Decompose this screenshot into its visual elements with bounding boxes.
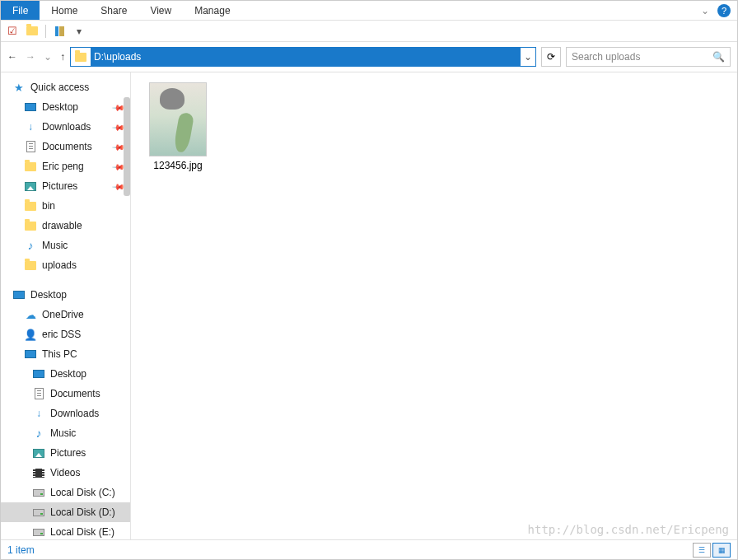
tree-label: Documents [42, 141, 92, 152]
tree-pc-item[interactable]: Local Disk (E:) [1, 522, 130, 539]
ribbon-tab-file[interactable]: File [1, 1, 40, 20]
tree-label: drawable [42, 220, 82, 231]
monitor-icon [32, 367, 45, 380]
download-icon: ↓ [32, 407, 45, 420]
folder-icon [24, 259, 37, 272]
search-box[interactable]: 🔍 [566, 47, 731, 67]
tree-thispc[interactable]: This PC [1, 344, 130, 364]
file-thumbnail [149, 82, 207, 156]
tree-onedrive[interactable]: ☁ OneDrive [1, 305, 130, 324]
tree-label: Local Disk (E:) [50, 526, 114, 538]
tree-pc-item[interactable]: Desktop [1, 364, 130, 384]
disk-icon [32, 486, 45, 499]
navigation-bar: ← → ⌄ ↑ ⌄ ⟳ 🔍 [1, 42, 737, 72]
music-icon: ♪ [32, 427, 45, 440]
tree-label: eric DSS [42, 329, 81, 340]
star-icon: ★ [12, 81, 26, 94]
ribbon-tab-share[interactable]: Share [89, 1, 138, 20]
folder-icon [24, 199, 37, 212]
ribbon-tabs: File Home Share View Manage ⌄ ? [1, 1, 737, 21]
search-input[interactable] [572, 51, 712, 63]
monitor-icon [24, 100, 37, 114]
monitor-icon [12, 288, 26, 301]
nav-forward-icon[interactable]: → [26, 51, 35, 63]
address-input[interactable] [91, 48, 521, 66]
properties-icon[interactable]: ☑ [6, 25, 19, 38]
tree-pc-item[interactable]: Pictures [1, 443, 130, 463]
file-item[interactable]: 123456.jpg [141, 82, 215, 171]
tree-quick-item[interactable]: Eric peng📌 [1, 156, 130, 176]
tree-quick-item[interactable]: drawable [1, 216, 130, 236]
tree-label: This PC [42, 348, 77, 360]
layout-panes-icon[interactable] [53, 25, 66, 38]
nav-up-icon[interactable]: ↑ [60, 51, 65, 63]
user-icon: 👤 [24, 328, 37, 341]
address-bar[interactable]: ⌄ [70, 47, 536, 67]
tree-label: uploads [42, 259, 77, 271]
tree-label: Pictures [42, 180, 77, 192]
tree-label: OneDrive [42, 309, 84, 320]
tree-label: Pictures [50, 447, 86, 459]
tree-quick-item[interactable]: ↓Downloads📌 [1, 117, 130, 137]
ribbon-tab-manage[interactable]: Manage [183, 1, 241, 20]
tree-label: bin [42, 200, 55, 212]
tree-label: Local Disk (C:) [50, 487, 115, 498]
ribbon-minimize-icon[interactable]: ⌄ [701, 5, 709, 16]
view-details-button[interactable]: ☰ [693, 543, 711, 558]
folder-icon [24, 160, 37, 173]
music-icon: ♪ [24, 239, 37, 252]
tree-quick-item[interactable]: ♪Music [1, 236, 130, 255]
tree-label: Desktop [50, 368, 86, 380]
tree-quick-item[interactable]: bin [1, 196, 130, 216]
tree-label: Documents [50, 388, 100, 399]
tree-label: Desktop [30, 289, 67, 301]
refresh-icon: ⟳ [547, 51, 555, 63]
tree-pc-item[interactable]: ♪Music [1, 423, 130, 443]
tree-desktop-root[interactable]: Desktop [1, 285, 130, 305]
tree-label: Quick access [30, 82, 89, 93]
tree-pc-item[interactable]: ↓Downloads [1, 404, 130, 423]
tree-quick-item[interactable]: Desktop📌 [1, 97, 130, 117]
refresh-button[interactable]: ⟳ [541, 47, 561, 67]
address-history-dropdown-icon[interactable]: ⌄ [521, 51, 535, 63]
nav-back-icon[interactable]: ← [7, 51, 17, 63]
tree-pc-item[interactable]: Documents [1, 384, 130, 404]
sidebar-scrollbar[interactable] [124, 97, 130, 196]
tree-quick-item[interactable]: uploads [1, 255, 130, 275]
tree-label: Desktop [42, 101, 78, 113]
view-thumbnails-button[interactable]: ▦ [712, 543, 731, 558]
document-icon [32, 387, 45, 400]
separator [45, 25, 46, 38]
tree-pc-item[interactable]: Local Disk (D:) [1, 502, 130, 522]
tree-pc-item[interactable]: Local Disk (C:) [1, 483, 130, 502]
tree-label: Music [42, 240, 68, 251]
tree-label: Music [50, 427, 76, 439]
quick-access-toolbar: ☑ ▾ [1, 21, 737, 42]
cloud-icon: ☁ [24, 308, 37, 321]
tree-label: Videos [50, 467, 80, 478]
tree-pc-item[interactable]: Videos [1, 463, 130, 483]
new-folder-icon[interactable] [26, 25, 39, 38]
status-bar: 1 item ☰ ▦ [1, 539, 737, 559]
tree-user[interactable]: 👤 eric DSS [1, 324, 130, 344]
nav-recent-dropdown-icon[interactable]: ⌄ [44, 51, 52, 63]
qat-dropdown-icon[interactable]: ▾ [72, 25, 86, 38]
ribbon-tab-home[interactable]: Home [40, 1, 89, 20]
ribbon-tab-view[interactable]: View [138, 1, 183, 20]
disk-icon [32, 525, 45, 539]
tree-quick-item[interactable]: Documents📌 [1, 137, 130, 156]
search-icon: 🔍 [712, 51, 725, 63]
help-icon[interactable]: ? [717, 4, 731, 17]
tree-label: Downloads [42, 121, 91, 133]
status-item-count: 1 item [7, 544, 35, 556]
tree-label: Eric peng [42, 161, 84, 172]
watermark-text: http://blog.csdn.net/Ericpeng [528, 523, 729, 536]
tree-quick-access[interactable]: ★ Quick access [1, 77, 130, 97]
tree-quick-item[interactable]: Pictures📌 [1, 176, 130, 196]
tree-label: Local Disk (D:) [50, 506, 115, 518]
folder-icon [24, 219, 37, 232]
tree-label: Downloads [50, 408, 99, 419]
picture-icon [24, 180, 37, 193]
file-list-pane[interactable]: 123456.jpg http://blog.csdn.net/Ericpeng [131, 72, 737, 539]
navigation-tree: ★ Quick access Desktop📌↓Downloads📌Docume… [1, 72, 131, 539]
